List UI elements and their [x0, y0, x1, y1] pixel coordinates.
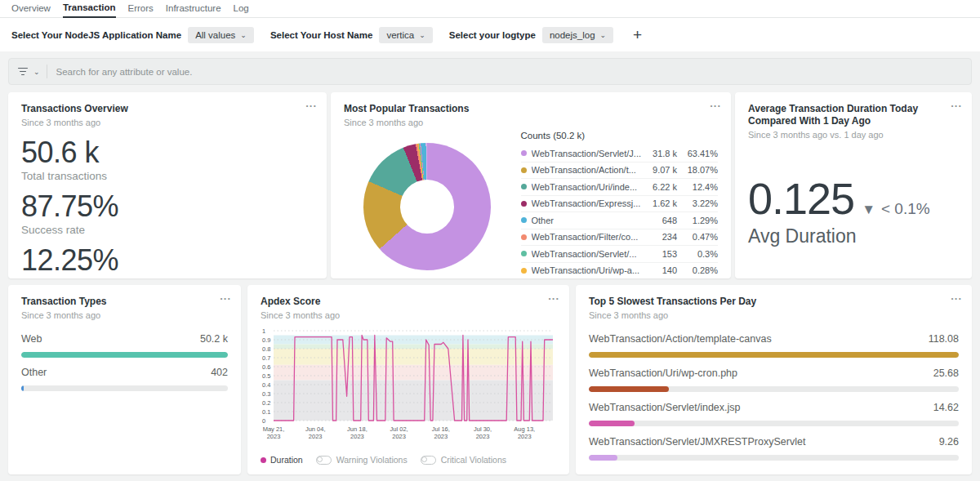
- card-title: Transaction Types: [21, 296, 228, 308]
- bar-row-other[interactable]: Other 402: [21, 366, 228, 391]
- legend-dot-icon: [521, 201, 527, 207]
- apdex-line-chart[interactable]: 10.90.80.70.60.50.40.30.20.10May 21,2023…: [261, 326, 556, 442]
- more-options-icon[interactable]: ...: [951, 97, 962, 109]
- avg-duration-label: Avg Duration: [748, 225, 959, 247]
- bar-value: 118.08: [929, 332, 959, 345]
- warning-violations-toggle[interactable]: [316, 456, 332, 465]
- card-title: Apdex Score: [261, 296, 556, 308]
- bar-row[interactable]: WebTransaction/Uri/wp-cron.php 25.68: [589, 367, 959, 392]
- bar-value: 402: [211, 366, 228, 379]
- legend-percent: 1.29%: [677, 216, 718, 225]
- bar-fill: [589, 455, 617, 461]
- legend-value: 648: [641, 216, 677, 225]
- svg-text:0.7: 0.7: [262, 354, 270, 362]
- donut-chart-area: [344, 128, 521, 278]
- legend-row[interactable]: WebTransaction/Uri/wp-a... 140 0.28%: [521, 263, 719, 279]
- legend-row[interactable]: Other 648 1.29%: [521, 212, 719, 229]
- legend-percent: 0.47%: [677, 232, 718, 242]
- bar-value: 50.2 k: [200, 332, 228, 345]
- filter-dropdown-application[interactable]: All values ⌄: [188, 27, 254, 43]
- bar-track: [21, 385, 228, 391]
- bar-track: [589, 386, 959, 392]
- filter-funnel-icon[interactable]: [17, 68, 28, 76]
- card-subtitle: Since 3 months ago: [261, 310, 556, 321]
- metric-success-rate: 87.75% Success rate: [21, 190, 314, 236]
- svg-text:0.6: 0.6: [262, 363, 270, 371]
- donut-legend: Counts (50.2 k) WebTransaction/Servlet/J…: [521, 131, 719, 278]
- card-top5-slowest-transactions: Top 5 Slowest Transactions Per Day Since…: [576, 285, 972, 474]
- card-transaction-types: Transaction Types Since 3 months ago ...…: [8, 285, 241, 474]
- filter-dropdown-logtype[interactable]: nodejs_log ⌄: [542, 27, 613, 43]
- card-subtitle: Since 3 months ago: [589, 310, 959, 321]
- svg-text:2023: 2023: [350, 433, 364, 440]
- svg-text:2023: 2023: [392, 433, 406, 440]
- more-options-icon[interactable]: ...: [548, 290, 559, 302]
- legend-row[interactable]: WebTransaction/Servlet/J... 31.8 k 63.41…: [521, 145, 719, 163]
- trend-down-icon: ▼: [862, 202, 875, 218]
- tab-log[interactable]: Log: [234, 3, 249, 17]
- filter-label-host: Select Your Host Name: [270, 30, 372, 40]
- tab-infrastructure[interactable]: Infrastructure: [166, 3, 221, 17]
- svg-text:2023: 2023: [476, 433, 490, 440]
- search-input[interactable]: [56, 67, 963, 77]
- search-bar[interactable]: ⌄: [8, 58, 972, 85]
- metric-label: Success rate: [21, 224, 314, 236]
- legend-percent: 3.22%: [677, 198, 718, 208]
- legend-percent: 12.4%: [677, 182, 718, 192]
- legend-row[interactable]: WebTransaction/Servlet/... 153 0.3%: [521, 246, 719, 263]
- svg-text:Jul 02,: Jul 02,: [390, 425, 408, 433]
- bar-track: [21, 352, 228, 358]
- metric-failed-rate: 12.25% Failed rate: [21, 244, 314, 278]
- legend-name: WebTransaction/Servlet/J...: [532, 149, 642, 158]
- bar-fill: [21, 352, 228, 358]
- bar-fill: [589, 352, 959, 358]
- bar-row[interactable]: WebTransaction/Servlet/JMXRESTProxyServl…: [589, 435, 959, 461]
- bar-row[interactable]: WebTransaction/Action/template-canvas 11…: [589, 332, 959, 358]
- more-options-icon[interactable]: ...: [951, 290, 962, 302]
- filter-value-host: vertica: [386, 30, 414, 40]
- legend-percent: 18.07%: [677, 165, 718, 175]
- svg-text:2023: 2023: [518, 433, 532, 440]
- svg-text:0: 0: [262, 417, 265, 425]
- legend-row[interactable]: WebTransaction/Action/t... 9.07 k 18.07%: [521, 163, 719, 180]
- svg-text:0.9: 0.9: [262, 336, 270, 344]
- tab-overview[interactable]: Overview: [11, 3, 51, 17]
- dashboard-content: ⌄ Transactions Overview Since 3 months a…: [0, 51, 980, 481]
- legend-name: WebTransaction/Servlet/...: [532, 249, 642, 259]
- svg-text:2023: 2023: [267, 433, 281, 440]
- legend-dot-icon: [521, 268, 527, 274]
- filter-value-logtype: nodejs_log: [550, 30, 595, 40]
- add-filter-button plus-icon[interactable]: +: [633, 29, 642, 42]
- legend-name: Other: [532, 216, 642, 225]
- more-options-icon[interactable]: ...: [305, 97, 317, 109]
- more-options-icon[interactable]: ...: [220, 290, 231, 302]
- legend-dot-icon: [521, 251, 527, 256]
- metric-label: Failed rate: [21, 278, 314, 278]
- legend-row[interactable]: WebTransaction/Uri/inde... 6.22 k 12.4%: [521, 179, 719, 196]
- donut-chart[interactable]: [363, 143, 491, 270]
- legend-value: 31.8 k: [641, 149, 677, 158]
- filter-label-application: Select Your NodeJS Application Name: [11, 30, 181, 40]
- legend-row[interactable]: WebTransaction/Expressj... 1.62 k 3.22%: [521, 196, 719, 213]
- bar-fill: [21, 385, 24, 391]
- svg-text:0.5: 0.5: [262, 372, 270, 380]
- legend-dot-icon: [521, 184, 527, 189]
- svg-text:Jun 18,: Jun 18,: [347, 425, 368, 433]
- legend-value: 153: [641, 249, 677, 259]
- filter-bar: Select Your NodeJS Application Name All …: [0, 18, 980, 51]
- legend-value: 1.62 k: [641, 198, 677, 208]
- critical-violations-toggle[interactable]: [421, 456, 436, 465]
- bar-row[interactable]: WebTransaction/Servlet/index.jsp 14.62: [589, 401, 959, 426]
- chevron-down-icon[interactable]: ⌄: [33, 68, 40, 76]
- top-tab-bar: Overview Transaction Errors Infrastructu…: [0, 0, 980, 18]
- tab-transaction[interactable]: Transaction: [63, 2, 116, 18]
- legend-dot-icon: [521, 150, 527, 156]
- tab-errors[interactable]: Errors: [128, 3, 154, 17]
- more-options-icon[interactable]: ...: [710, 97, 721, 109]
- bar-track: [589, 455, 959, 461]
- bar-label: Web: [21, 332, 42, 345]
- legend-row[interactable]: WebTransaction/Filter/co... 234 0.47%: [521, 229, 719, 247]
- bar-row-web[interactable]: Web 50.2 k: [21, 332, 228, 358]
- filter-dropdown-host[interactable]: vertica ⌄: [379, 27, 432, 43]
- svg-text:Jun 04,: Jun 04,: [305, 425, 326, 433]
